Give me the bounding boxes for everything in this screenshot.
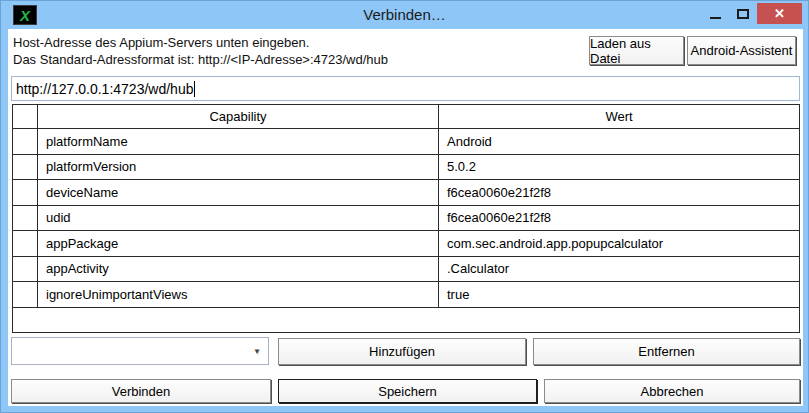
table-empty-area <box>13 307 800 333</box>
server-address-value: http://127.0.0.1:4723/wd/hub <box>16 81 193 97</box>
capability-cell[interactable]: ignoreUnimportantViews <box>38 282 439 308</box>
table-row: deviceName f6cea0060e21f2f8 <box>13 180 800 206</box>
table-row: appActivity .Calculator <box>13 256 800 282</box>
capabilities-table-body: platformName Android platformVersion 5.0… <box>13 129 800 333</box>
minimize-button[interactable] <box>701 3 729 24</box>
table-row: platformName Android <box>13 129 800 155</box>
table-row: udid f6cea0060e21f2f8 <box>13 205 800 231</box>
chevron-down-icon: ▼ <box>253 347 261 356</box>
row-header-cell[interactable] <box>13 231 38 257</box>
value-cell[interactable]: Android <box>439 129 800 155</box>
capability-cell[interactable]: appActivity <box>38 256 439 282</box>
text-caret <box>194 81 195 97</box>
connect-button[interactable]: Verbinden <box>11 379 271 403</box>
close-button[interactable]: ✕ <box>757 3 802 24</box>
minimize-icon <box>710 17 721 19</box>
save-button[interactable]: Speichern <box>278 379 537 403</box>
value-cell[interactable]: f6cea0060e21f2f8 <box>439 180 800 206</box>
value-cell[interactable]: .Calculator <box>439 256 800 282</box>
value-cell[interactable]: 5.0.2 <box>439 154 800 180</box>
instruction-line-2: Das Standard-Adressformat ist: http://<I… <box>13 52 388 67</box>
table-row: ignoreUnimportantViews true <box>13 282 800 308</box>
row-header-cell[interactable] <box>13 129 38 155</box>
load-from-file-button[interactable]: Laden aus Datei <box>589 36 684 65</box>
add-button[interactable]: Hinzufügen <box>278 338 526 365</box>
table-row: appPackage com.sec.android.app.popupcalc… <box>13 231 800 257</box>
cancel-button[interactable]: Abbrechen <box>544 379 800 403</box>
capability-cell[interactable]: platformName <box>38 129 439 155</box>
capability-combobox[interactable]: ▼ <box>11 337 269 365</box>
maximize-button[interactable] <box>730 3 756 24</box>
capability-cell[interactable]: platformVersion <box>38 154 439 180</box>
capability-cell[interactable]: udid <box>38 205 439 231</box>
maximize-icon <box>737 9 749 19</box>
dialog-content: Host-Adresse des Appium-Servers unten ei… <box>8 29 803 406</box>
connect-dialog: X Verbinden… ✕ Host-Adresse des Appium-S… <box>0 0 809 413</box>
instruction-text: Host-Adresse des Appium-Servers unten ei… <box>13 34 388 68</box>
table-row: platformVersion 5.0.2 <box>13 154 800 180</box>
window-title: Verbinden… <box>1 6 808 23</box>
instruction-line-1: Host-Adresse des Appium-Servers unten ei… <box>13 35 309 50</box>
column-header-wert[interactable]: Wert <box>439 105 800 129</box>
value-cell[interactable]: true <box>439 282 800 308</box>
row-header-cell[interactable] <box>13 256 38 282</box>
row-header-cell[interactable] <box>13 282 38 308</box>
remove-button[interactable]: Entfernen <box>533 338 800 365</box>
close-icon: ✕ <box>774 6 785 21</box>
table-header-row: Capability Wert <box>13 105 800 129</box>
capability-cell[interactable]: deviceName <box>38 180 439 206</box>
row-header-column[interactable] <box>13 105 38 129</box>
row-header-cell[interactable] <box>13 205 38 231</box>
row-header-cell[interactable] <box>13 180 38 206</box>
capabilities-table: Capability Wert platformName Android pla… <box>12 104 800 333</box>
title-bar[interactable]: X Verbinden… ✕ <box>1 1 808 29</box>
row-header-cell[interactable] <box>13 154 38 180</box>
capability-cell[interactable]: appPackage <box>38 231 439 257</box>
android-assistant-button[interactable]: Android-Assistent <box>687 36 796 65</box>
value-cell[interactable]: f6cea0060e21f2f8 <box>439 205 800 231</box>
server-address-input[interactable]: http://127.0.0.1:4723/wd/hub <box>11 76 800 101</box>
value-cell[interactable]: com.sec.android.app.popupcalculator <box>439 231 800 257</box>
column-header-capability[interactable]: Capability <box>38 105 439 129</box>
